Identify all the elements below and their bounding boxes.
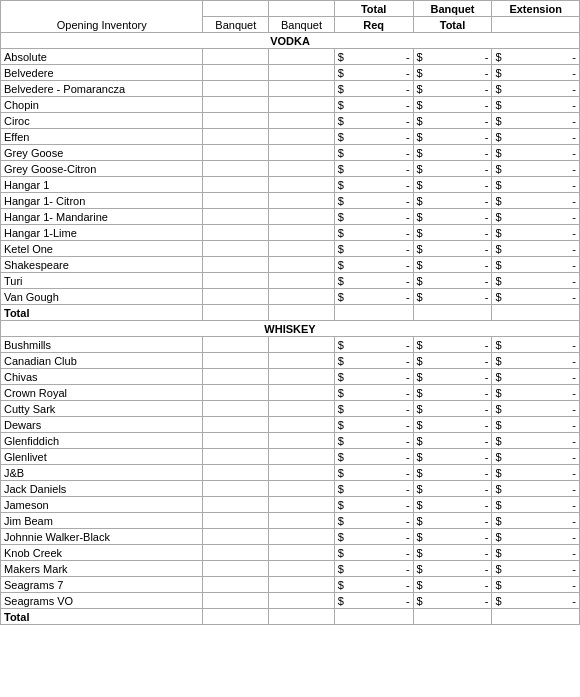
- total-req-cell: $-: [334, 513, 413, 529]
- banquet2-cell[interactable]: [269, 561, 335, 577]
- banquet-total-cell: $-: [413, 193, 492, 209]
- banquet1-cell[interactable]: [203, 353, 269, 369]
- banquet1-cell[interactable]: [203, 289, 269, 305]
- extension-cell: $-: [492, 209, 580, 225]
- banquet2-cell[interactable]: [269, 417, 335, 433]
- banquet1-cell[interactable]: [203, 97, 269, 113]
- banquet2-cell[interactable]: [269, 385, 335, 401]
- banquet1-cell[interactable]: [203, 241, 269, 257]
- banquet2-cell[interactable]: [269, 113, 335, 129]
- extension-cell: $-: [492, 129, 580, 145]
- banquet2-cell[interactable]: [269, 193, 335, 209]
- banquet1-cell[interactable]: [203, 273, 269, 289]
- banquet1-cell[interactable]: [203, 369, 269, 385]
- list-item: Cutty Sark$-$-$-: [1, 401, 580, 417]
- banquet1-cell[interactable]: [203, 465, 269, 481]
- banquet2-cell[interactable]: [269, 161, 335, 177]
- banquet1-input[interactable]: [206, 339, 265, 351]
- item-name-cell: Crown Royal: [1, 385, 203, 401]
- item-name-cell: Dewars: [1, 417, 203, 433]
- banquet2-cell[interactable]: [269, 81, 335, 97]
- extension-cell: $-: [492, 417, 580, 433]
- banquet-total-cell: $-: [413, 513, 492, 529]
- extension-cell: $-: [492, 193, 580, 209]
- banquet2-cell[interactable]: [269, 497, 335, 513]
- banquet-total-header: Banquet: [413, 1, 492, 17]
- banquet-total-cell: $-: [413, 561, 492, 577]
- banquet1-cell[interactable]: [203, 481, 269, 497]
- banquet2-cell[interactable]: [269, 129, 335, 145]
- banquet1-cell[interactable]: [203, 113, 269, 129]
- banquet-total-cell: $-: [413, 209, 492, 225]
- item-name-cell: Seagrams VO: [1, 593, 203, 609]
- banquet1-cell[interactable]: [203, 529, 269, 545]
- banquet1-cell[interactable]: [203, 449, 269, 465]
- total-req-cell: $-: [334, 433, 413, 449]
- banquet1-cell[interactable]: [203, 561, 269, 577]
- extension-cell: $-: [492, 337, 580, 353]
- banquet1-cell[interactable]: [203, 209, 269, 225]
- banquet1-cell[interactable]: [203, 577, 269, 593]
- list-item: Jack Daniels$-$-$-: [1, 481, 580, 497]
- banquet1-cell[interactable]: [203, 161, 269, 177]
- banquet2-cell[interactable]: [269, 241, 335, 257]
- banquet1-cell[interactable]: [203, 49, 269, 65]
- list-item: Knob Creek$-$-$-: [1, 545, 580, 561]
- banquet2-cell[interactable]: [269, 401, 335, 417]
- banquet1-cell[interactable]: [203, 193, 269, 209]
- banquet2-cell[interactable]: [269, 97, 335, 113]
- banquet1-cell[interactable]: [203, 145, 269, 161]
- banquet1-cell[interactable]: [203, 401, 269, 417]
- banquet1-cell[interactable]: [203, 129, 269, 145]
- banquet1-cell[interactable]: [203, 593, 269, 609]
- extension-cell: $-: [492, 513, 580, 529]
- banquet2-cell[interactable]: [269, 577, 335, 593]
- banquet-total-cell: $-: [413, 145, 492, 161]
- banquet2-cell[interactable]: [269, 257, 335, 273]
- item-name-cell: Johnnie Walker-Black: [1, 529, 203, 545]
- banquet1-cell[interactable]: [203, 545, 269, 561]
- banquet1-cell[interactable]: [203, 417, 269, 433]
- whiskey-total-col3: [269, 609, 335, 625]
- banquet2-cell[interactable]: [269, 545, 335, 561]
- vodka-total-col2: [203, 305, 269, 321]
- banquet2-cell[interactable]: [269, 273, 335, 289]
- banquet2-cell[interactable]: [269, 433, 335, 449]
- banquet2-cell[interactable]: [269, 209, 335, 225]
- banquet1-cell[interactable]: [203, 177, 269, 193]
- banquet1-cell[interactable]: [203, 497, 269, 513]
- total-req-header: Total: [334, 1, 413, 17]
- banquet2-cell[interactable]: [269, 465, 335, 481]
- banquet2-cell[interactable]: [269, 145, 335, 161]
- banquet1-cell[interactable]: [203, 433, 269, 449]
- banquet2-cell[interactable]: [269, 529, 335, 545]
- banquet2-cell[interactable]: [269, 593, 335, 609]
- total-req-cell: $-: [334, 257, 413, 273]
- banquet1-cell[interactable]: [203, 513, 269, 529]
- banquet1-input[interactable]: [206, 51, 265, 63]
- banquet-total-cell: $-: [413, 593, 492, 609]
- banquet-total-cell: $-: [413, 353, 492, 369]
- banquet2-cell[interactable]: [269, 289, 335, 305]
- extension-cell: $-: [492, 385, 580, 401]
- banquet-total-cell: $-: [413, 65, 492, 81]
- banquet1-cell[interactable]: [203, 65, 269, 81]
- banquet1-cell[interactable]: [203, 337, 269, 353]
- banquet1-cell[interactable]: [203, 225, 269, 241]
- banquet2-cell[interactable]: [269, 65, 335, 81]
- banquet2-cell[interactable]: [269, 353, 335, 369]
- banquet2-cell[interactable]: [269, 449, 335, 465]
- banquet1-cell[interactable]: [203, 257, 269, 273]
- item-name-cell: Knob Creek: [1, 545, 203, 561]
- banquet2-cell[interactable]: [269, 177, 335, 193]
- banquet1-cell[interactable]: [203, 81, 269, 97]
- banquet2-cell[interactable]: [269, 337, 335, 353]
- banquet2-cell[interactable]: [269, 369, 335, 385]
- list-item: Chivas$-$-$-: [1, 369, 580, 385]
- header-row-1: Opening Inventory Total Banquet Extensio…: [1, 1, 580, 17]
- banquet2-cell[interactable]: [269, 481, 335, 497]
- banquet2-cell[interactable]: [269, 225, 335, 241]
- banquet1-cell[interactable]: [203, 385, 269, 401]
- banquet2-cell[interactable]: [269, 49, 335, 65]
- banquet2-cell[interactable]: [269, 513, 335, 529]
